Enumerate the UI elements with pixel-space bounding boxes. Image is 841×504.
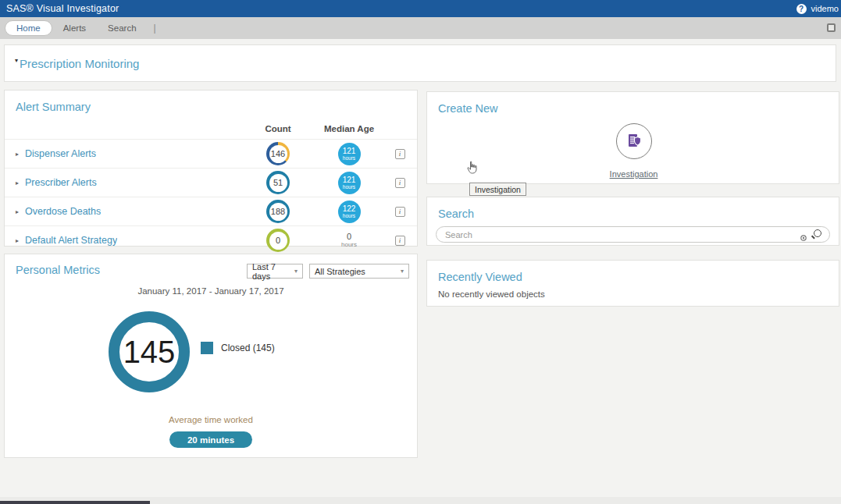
- count-value: 0: [269, 232, 287, 250]
- expand-caret-icon[interactable]: ▸: [16, 151, 19, 158]
- median-age-column-header: Median Age: [315, 124, 383, 133]
- tab-search[interactable]: Search: [97, 21, 147, 35]
- table-row: ▸ Default Alert Strategy 0 0hours i: [5, 225, 417, 254]
- legend-swatch: [201, 342, 213, 354]
- personal-metrics-panel: Personal Metrics Last 7 days ▾ All Strat…: [4, 254, 418, 458]
- count-column-header: Count: [241, 124, 315, 133]
- app-header: SAS® Visual Investigator ? videmo: [0, 0, 841, 17]
- table-row: ▸ Dispenser Alerts 146 121hours i: [5, 139, 417, 168]
- closed-alerts-donut-chart: 145: [109, 311, 190, 392]
- search-options-gear-icon[interactable]: [800, 231, 807, 245]
- info-icon[interactable]: i: [395, 236, 405, 246]
- median-age-text: 0hours: [341, 232, 357, 248]
- hand-pointer-cursor-icon: [467, 161, 478, 177]
- tab-divider: |: [154, 23, 156, 34]
- count-ring: 0: [266, 229, 290, 252]
- app-window: SAS® Visual Investigator ? videmo Home A…: [0, 0, 841, 504]
- search-box[interactable]: [436, 226, 830, 243]
- help-icon[interactable]: ?: [796, 4, 807, 14]
- median-age-badge: 121hours: [338, 143, 361, 165]
- search-panel: Search: [426, 197, 839, 246]
- count-ring: 146: [266, 142, 290, 165]
- date-range-label: January 11, 2017 - January 17, 2017: [5, 286, 417, 296]
- time-range-dropdown[interactable]: Last 7 days ▾: [247, 264, 303, 279]
- search-title: Search: [438, 208, 474, 220]
- expand-caret-icon[interactable]: ▸: [16, 237, 19, 244]
- recently-viewed-title: Recently Viewed: [438, 271, 522, 283]
- create-new-panel: Create New Investigation: [426, 91, 839, 184]
- user-menu[interactable]: videmo: [811, 4, 839, 13]
- expand-caret-icon[interactable]: ▸: [16, 208, 19, 215]
- chevron-down-icon: ▾: [290, 268, 298, 275]
- investigation-tooltip: Investigation: [469, 183, 526, 196]
- workspace-title: Prescription Monitoring: [20, 57, 139, 70]
- investigation-link[interactable]: Investigation: [610, 169, 658, 179]
- median-age-badge: 121hours: [338, 172, 361, 194]
- alert-type-link[interactable]: Overdose Deaths: [25, 206, 101, 217]
- alert-type-link[interactable]: Dispenser Alerts: [25, 148, 96, 159]
- table-row: ▸ Overdose Deaths 188 122hours i: [5, 197, 417, 225]
- personal-metrics-title: Personal Metrics: [16, 264, 100, 276]
- alert-type-link[interactable]: Prescriber Alerts: [25, 177, 97, 188]
- count-ring: 51: [266, 171, 290, 194]
- info-icon[interactable]: i: [395, 207, 405, 217]
- display-icon[interactable]: [827, 23, 836, 32]
- legend-label: Closed (145): [221, 343, 275, 353]
- search-icon[interactable]: [814, 229, 821, 237]
- progress-bar: [0, 501, 150, 504]
- average-time-label: Average time worked: [5, 415, 417, 424]
- alert-summary-panel: Alert Summary Count Median Age ▸ Dispens…: [4, 90, 418, 247]
- info-icon[interactable]: i: [395, 178, 405, 188]
- alert-type-link[interactable]: Default Alert Strategy: [25, 235, 117, 246]
- tab-home[interactable]: Home: [5, 20, 52, 36]
- chart-legend: Closed (145): [201, 342, 275, 354]
- expand-caret-icon[interactable]: ▸: [16, 179, 19, 186]
- create-new-title: Create New: [438, 102, 498, 115]
- strategy-dropdown[interactable]: All Strategies ▾: [309, 264, 409, 279]
- alert-summary-title: Alert Summary: [16, 101, 91, 113]
- recently-viewed-empty-message: No recently viewed objects: [427, 284, 839, 299]
- count-ring: 188: [266, 200, 290, 223]
- count-value: 188: [269, 203, 287, 221]
- chevron-down-icon: ▾: [396, 268, 404, 275]
- tab-alerts[interactable]: Alerts: [52, 21, 97, 35]
- count-value: 51: [269, 174, 287, 192]
- donut-center-value: 145: [123, 335, 176, 370]
- average-time-value: 20 minutes: [169, 431, 252, 448]
- count-value: 146: [269, 145, 287, 163]
- table-row: ▸ Prescriber Alerts 51 121hours i: [5, 168, 417, 197]
- recently-viewed-panel: Recently Viewed No recently viewed objec…: [426, 260, 839, 307]
- alert-table-header: Count Median Age: [5, 119, 417, 139]
- tab-bar: Home Alerts Search |: [0, 17, 841, 39]
- collapse-caret-icon[interactable]: ▾: [15, 57, 18, 64]
- create-investigation-item[interactable]: Investigation: [600, 123, 667, 180]
- app-title: SAS® Visual Investigator: [6, 3, 119, 14]
- info-icon[interactable]: i: [395, 149, 405, 159]
- workspace-band: ▾ Prescription Monitoring: [4, 44, 836, 82]
- median-age-badge: 122hours: [338, 201, 361, 223]
- investigation-icon[interactable]: [616, 123, 652, 159]
- search-input[interactable]: [445, 230, 796, 240]
